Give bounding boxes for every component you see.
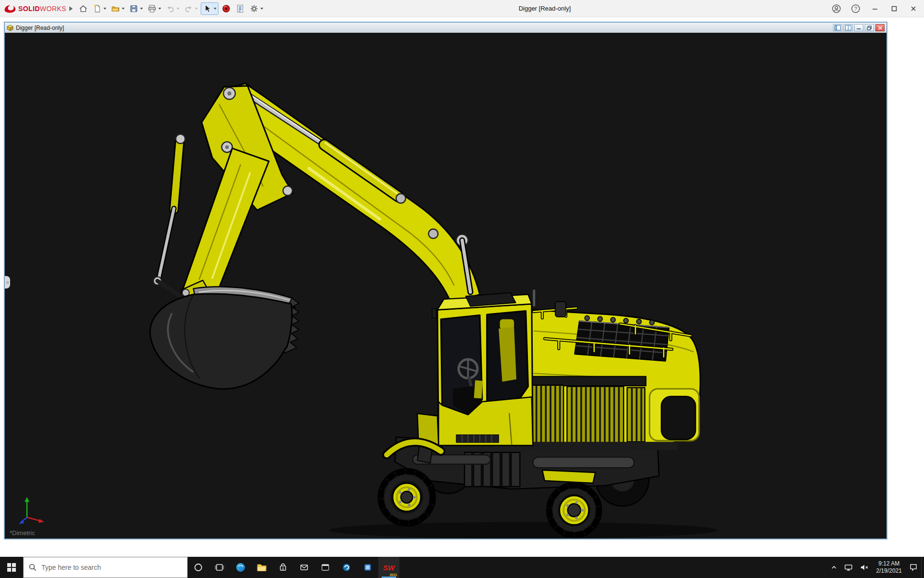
tray-chevron-button[interactable] bbox=[827, 557, 841, 578]
mail-icon bbox=[299, 563, 309, 572]
new-dropdown-caret[interactable] bbox=[103, 8, 106, 10]
rebuild-button[interactable] bbox=[220, 3, 232, 14]
clock-date: 2/19/2021 bbox=[876, 567, 902, 575]
orientation-triad[interactable] bbox=[15, 492, 49, 527]
redo-dropdown-caret[interactable] bbox=[195, 8, 198, 10]
excavator-cab[interactable] bbox=[417, 293, 533, 463]
taskbar-clock[interactable]: 9:12 AM 2/19/2021 bbox=[873, 560, 906, 575]
new-document-button[interactable] bbox=[91, 3, 108, 14]
account-button[interactable] bbox=[830, 2, 843, 15]
excavator-model[interactable] bbox=[150, 83, 718, 539]
solidworks-wordmark: SOLIDWORKS bbox=[18, 5, 66, 13]
file-properties-icon bbox=[235, 4, 245, 13]
mdi-background: Digger [Read-only] bbox=[0, 17, 924, 557]
options-dropdown-caret[interactable] bbox=[260, 8, 263, 10]
cortana-button[interactable] bbox=[188, 557, 209, 578]
help-icon: ? bbox=[851, 4, 860, 13]
undo-dropdown-caret[interactable] bbox=[177, 8, 180, 10]
solidworks-taskbar-button[interactable]: SW 2021 bbox=[378, 557, 399, 578]
gear-icon bbox=[249, 4, 259, 13]
document-minimize-button[interactable] bbox=[854, 24, 863, 31]
home-icon bbox=[78, 4, 88, 13]
undo-button[interactable] bbox=[164, 3, 181, 14]
select-cursor-icon bbox=[203, 4, 212, 13]
file-explorer-icon bbox=[257, 563, 267, 572]
excavator-bucket[interactable] bbox=[150, 287, 299, 389]
edrawings-button[interactable] bbox=[336, 557, 357, 578]
file-explorer-button[interactable] bbox=[251, 557, 272, 578]
windows-taskbar: SW 2021 9:12 AM 2/19/2021 bbox=[0, 557, 924, 578]
wheel-rear-left[interactable] bbox=[547, 483, 602, 538]
close-button[interactable] bbox=[907, 2, 920, 15]
redo-icon bbox=[184, 4, 193, 13]
redo-button[interactable] bbox=[182, 3, 199, 14]
window-layout-button-1[interactable] bbox=[833, 24, 842, 31]
new-document-icon bbox=[92, 4, 102, 13]
app-titlebar[interactable]: SOLIDWORKS bbox=[0, 0, 924, 17]
document-close-button[interactable] bbox=[875, 24, 885, 31]
search-input[interactable] bbox=[41, 564, 182, 571]
document-titlebar[interactable]: Digger [Read-only] bbox=[5, 23, 886, 33]
quick-access-toolbar bbox=[77, 2, 265, 15]
doc-close-icon bbox=[878, 26, 883, 30]
maximize-icon bbox=[891, 5, 898, 12]
close-icon bbox=[910, 5, 917, 12]
open-dropdown-caret[interactable] bbox=[122, 8, 125, 10]
document-title: Digger [Read-only] bbox=[16, 25, 64, 31]
edge-icon bbox=[235, 562, 246, 573]
document-window-controls bbox=[833, 24, 885, 31]
edge-button[interactable] bbox=[230, 557, 251, 578]
doc-minimize-icon bbox=[856, 26, 861, 30]
network-status[interactable] bbox=[841, 557, 856, 578]
3d-model-scene[interactable] bbox=[5, 33, 886, 539]
flyout-arrow-icon[interactable] bbox=[68, 6, 73, 12]
task-view-button[interactable] bbox=[209, 557, 230, 578]
select-tool-button[interactable] bbox=[201, 2, 218, 15]
save-dropdown-caret[interactable] bbox=[140, 8, 143, 10]
mail-button[interactable] bbox=[294, 557, 315, 578]
print-button[interactable] bbox=[146, 3, 163, 14]
options-button[interactable] bbox=[248, 3, 265, 14]
solidworks-version-badge: 2021 bbox=[389, 573, 397, 577]
photos-icon bbox=[363, 563, 372, 572]
document-restore-button[interactable] bbox=[865, 24, 874, 31]
photos-button[interactable] bbox=[357, 557, 378, 578]
featuremanager-collapsed-tab[interactable] bbox=[5, 276, 10, 289]
excavator-boom-arm[interactable] bbox=[154, 83, 480, 308]
featuremanager-tab-dot bbox=[6, 281, 9, 284]
console-icon bbox=[321, 563, 330, 572]
wheel-front-left[interactable] bbox=[378, 469, 435, 525]
window-controls: ? bbox=[830, 2, 920, 15]
help-button[interactable]: ? bbox=[849, 2, 862, 15]
undo-icon bbox=[166, 4, 175, 13]
console-button[interactable] bbox=[315, 557, 336, 578]
show-desktop-button[interactable] bbox=[921, 557, 924, 578]
file-properties-button[interactable] bbox=[234, 3, 246, 14]
minimize-button[interactable] bbox=[868, 2, 882, 15]
store-button[interactable] bbox=[272, 557, 294, 578]
part-document-icon bbox=[7, 25, 13, 31]
window-layout-button-2[interactable] bbox=[844, 24, 853, 31]
print-icon bbox=[147, 4, 157, 13]
save-button[interactable] bbox=[128, 3, 144, 14]
pane-layout-icon bbox=[834, 25, 841, 30]
document-window: Digger [Read-only] bbox=[4, 22, 887, 539]
open-icon bbox=[111, 4, 120, 13]
volume-status[interactable] bbox=[856, 557, 873, 578]
user-avatar-icon bbox=[832, 4, 841, 13]
graphics-area[interactable]: *Dimetric bbox=[5, 33, 886, 539]
speaker-muted-icon bbox=[860, 564, 869, 571]
start-button[interactable] bbox=[0, 557, 23, 578]
network-icon bbox=[844, 564, 853, 571]
action-center-button[interactable] bbox=[906, 557, 921, 578]
home-button[interactable] bbox=[77, 3, 90, 14]
open-button[interactable] bbox=[109, 3, 126, 14]
brand-works: WORKS bbox=[40, 5, 66, 13]
minimize-icon bbox=[872, 5, 878, 12]
select-dropdown-caret[interactable] bbox=[214, 8, 217, 10]
maximize-button[interactable] bbox=[887, 2, 901, 15]
window-title: Digger [Read-only] bbox=[265, 5, 825, 12]
taskbar-search[interactable] bbox=[23, 557, 188, 578]
system-tray: 9:12 AM 2/19/2021 bbox=[827, 557, 924, 578]
print-dropdown-caret[interactable] bbox=[158, 8, 161, 10]
